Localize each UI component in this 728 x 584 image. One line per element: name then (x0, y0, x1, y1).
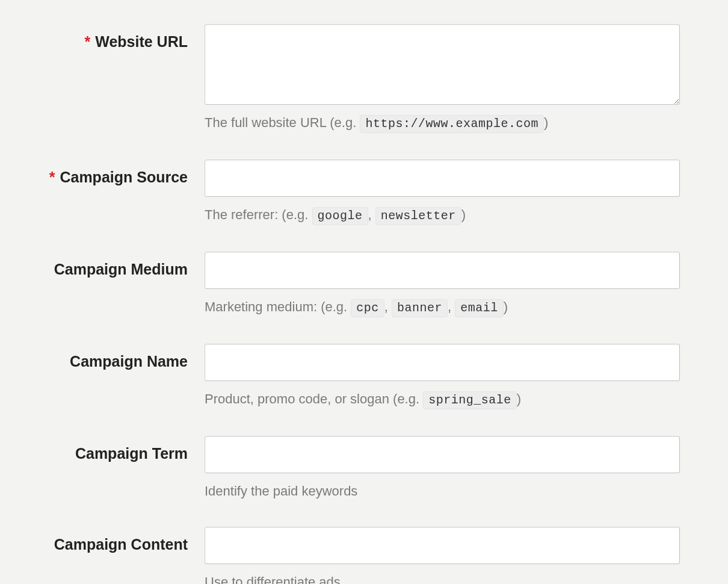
example-code-chip: https://www.example.com (360, 115, 544, 133)
label-text: Campaign Medium (54, 261, 188, 278)
input-col-website-url: The full website URL (e.g. https://www.e… (205, 24, 680, 133)
campaign-url-builder-form: *Website URL The full website URL (e.g. … (0, 0, 728, 584)
help-text-website-url: The full website URL (e.g. https://www.e… (205, 114, 680, 133)
input-col-campaign-name: Product, promo code, or slogan (e.g. spr… (205, 344, 680, 409)
row-campaign-term: Campaign Term Identify the paid keywords (0, 436, 698, 500)
input-col-campaign-content: Use to differentiate ads (205, 527, 680, 584)
campaign-medium-input[interactable] (205, 252, 680, 289)
label-campaign-content: Campaign Content (0, 527, 205, 553)
required-indicator: * (85, 33, 91, 50)
row-campaign-name: Campaign Name Product, promo code, or sl… (0, 344, 698, 409)
row-campaign-source: *Campaign Source The referrer: (e.g. goo… (0, 160, 698, 225)
help-text-campaign-medium: Marketing medium: (e.g. cpc, banner, ema… (205, 299, 680, 317)
label-campaign-source: *Campaign Source (0, 160, 205, 186)
label-text: Campaign Term (75, 445, 188, 462)
help-text-campaign-term: Identify the paid keywords (205, 483, 680, 500)
help-text-campaign-source: The referrer: (e.g. google, newsletter) (205, 207, 680, 225)
label-text: Website URL (95, 33, 188, 50)
website-url-input[interactable] (205, 24, 680, 105)
example-code-chip: cpc (351, 299, 384, 317)
campaign-content-input[interactable] (205, 527, 680, 564)
input-col-campaign-source: The referrer: (e.g. google, newsletter) (205, 160, 680, 225)
label-text: Campaign Source (60, 169, 188, 185)
help-text-campaign-name: Product, promo code, or slogan (e.g. spr… (205, 391, 680, 409)
help-text-campaign-content: Use to differentiate ads (205, 574, 680, 584)
input-col-campaign-medium: Marketing medium: (e.g. cpc, banner, ema… (205, 252, 680, 317)
label-text: Campaign Content (54, 536, 188, 553)
example-code-chip: email (455, 299, 504, 317)
input-col-campaign-term: Identify the paid keywords (205, 436, 680, 500)
required-indicator: * (49, 169, 55, 185)
campaign-source-input[interactable] (205, 160, 680, 197)
row-campaign-medium: Campaign Medium Marketing medium: (e.g. … (0, 252, 698, 317)
example-code-chip: google (312, 207, 368, 225)
example-code-chip: spring_sale (423, 391, 517, 409)
campaign-term-input[interactable] (205, 436, 680, 473)
label-campaign-term: Campaign Term (0, 436, 205, 462)
example-code-chip: banner (392, 299, 448, 317)
label-campaign-medium: Campaign Medium (0, 252, 205, 278)
label-campaign-name: Campaign Name (0, 344, 205, 370)
label-text: Campaign Name (70, 353, 188, 370)
row-campaign-content: Campaign Content Use to differentiate ad… (0, 527, 698, 584)
example-code-chip: newsletter (375, 207, 461, 225)
campaign-name-input[interactable] (205, 344, 680, 381)
label-website-url: *Website URL (0, 24, 205, 51)
row-website-url: *Website URL The full website URL (e.g. … (0, 24, 698, 133)
